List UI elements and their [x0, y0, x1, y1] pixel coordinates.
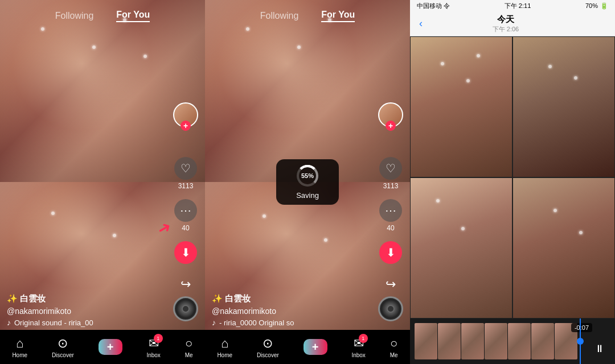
discover-label-mid: Discover — [257, 352, 279, 358]
status-time: 下午 2:11 — [505, 2, 531, 10]
me-icon-mid: ○ — [390, 336, 397, 351]
nav-following-left[interactable]: Following — [55, 11, 94, 21]
status-bar: 中国移动 令 下午 2:11 70% 🔋 — [410, 0, 615, 11]
download-button-left[interactable]: ⬇ — [174, 241, 197, 264]
sparkle-r3 — [477, 54, 480, 57]
sparkle-r2 — [466, 79, 470, 82]
frame-6 — [531, 323, 554, 359]
me-label-left: Me — [185, 352, 193, 358]
add-icon-left: + — [99, 339, 122, 355]
saving-ring: 55% — [297, 165, 318, 187]
nav-following-mid[interactable]: Following — [260, 11, 299, 21]
middle-tiktok-panel: Following For You 55% Saving ♡ 3113 ⋯ 40… — [205, 0, 410, 364]
sparkle-2 — [92, 46, 96, 49]
discover-icon-mid: ⊙ — [263, 336, 273, 351]
nav-add-mid[interactable]: + — [304, 339, 327, 355]
status-left: 中国移动 令 — [417, 2, 450, 10]
timeline-strip: -0:07 ⏸ — [410, 318, 615, 364]
photos-area — [410, 36, 615, 318]
disc-mid — [378, 296, 403, 321]
disc-inner-mid — [387, 305, 395, 313]
photo-cell-bl — [410, 177, 512, 318]
photo-cell-tl — [410, 36, 512, 177]
inbox-badge-mid: 1 — [359, 334, 368, 343]
timeline-indicator: -0:07 — [571, 323, 592, 332]
saving-label: Saving — [296, 191, 319, 200]
nav-discover-left[interactable]: ⊙ Discover — [52, 336, 74, 358]
heart-icon-left: ♡ — [174, 157, 197, 180]
share-button-left[interactable]: ↪ — [174, 273, 197, 296]
share-button-mid[interactable]: ↪ — [379, 273, 402, 296]
like-count-left: 3113 — [178, 182, 194, 190]
frame-5 — [508, 323, 531, 359]
ios-panel: 中国移动 令 下午 2:11 70% 🔋 ‹ 今天 下午 2:06 — [410, 0, 615, 364]
handle-left[interactable]: @nakamorimikoto — [7, 307, 165, 316]
download-button-mid[interactable]: ⬇ — [379, 241, 402, 264]
inbox-label-left: Inbox — [146, 352, 160, 358]
home-icon-left: ⌂ — [16, 336, 23, 351]
nav-add-left[interactable]: + — [99, 339, 122, 355]
play-pause-button[interactable]: ⏸ — [591, 340, 608, 357]
nav-foryou-left[interactable]: For You — [116, 10, 150, 22]
video-info-mid: ✨ 白雲妆 @nakamorimikoto ♪ - riria_0000 Ori… — [212, 293, 370, 327]
sparkle-5 — [51, 212, 55, 215]
nav-discover-mid[interactable]: ⊙ Discover — [257, 336, 279, 358]
like-button-mid[interactable]: ♡ 3113 — [379, 157, 402, 190]
avatar-left[interactable] — [173, 102, 198, 127]
comment-button-left[interactable]: ⋯ 40 — [174, 199, 197, 232]
saving-percent: 55% — [301, 172, 314, 179]
sound-info-mid: ♪ - riria_0000 Original so — [212, 318, 370, 327]
bottom-nav-left: ⌂ Home ⊙ Discover + ✉ Inbox 1 ○ Me — [0, 330, 205, 364]
comment-count-left: 40 — [182, 224, 189, 232]
avatar-mid[interactable] — [378, 102, 403, 127]
sparkle-4 — [144, 55, 147, 58]
sound-info-left: ♪ Original sound - riria_00 — [7, 318, 165, 327]
inbox-badge-left: 1 — [154, 334, 163, 343]
discover-icon-left: ⊙ — [58, 336, 68, 351]
video-info-left: ✨ 白雲妆 @nakamorimikoto ♪ Original sound -… — [7, 293, 165, 327]
sparkle-r6 — [436, 199, 440, 202]
playhead — [580, 318, 581, 364]
me-icon-left: ○ — [185, 336, 192, 351]
sparkle-m2 — [297, 46, 301, 49]
nav-home-mid[interactable]: ⌂ Home — [217, 336, 232, 358]
frame-1 — [415, 323, 437, 359]
frame-3 — [461, 323, 484, 359]
top-nav-left: Following For You — [0, 0, 205, 32]
carrier-text: 中国移动 令 — [417, 2, 450, 10]
frame-4 — [485, 323, 507, 359]
comment-button-mid[interactable]: ⋯ 40 — [379, 199, 402, 232]
like-count-mid: 3113 — [383, 182, 399, 190]
nav-inbox-left[interactable]: ✉ Inbox 1 — [146, 336, 160, 358]
add-icon-mid: + — [304, 339, 327, 355]
handle-mid[interactable]: @nakamorimikoto — [212, 307, 370, 316]
action-bar-mid: ♡ 3113 ⋯ 40 ⬇ ↪ — [378, 102, 403, 296]
sparkle-r5 — [574, 76, 577, 80]
music-note-icon-mid: ♪ — [212, 318, 216, 327]
home-icon-mid: ⌂ — [221, 336, 228, 351]
photo-grid — [410, 36, 615, 318]
sound-text-left: Original sound - riria_00 — [14, 318, 93, 327]
home-label-mid: Home — [217, 352, 232, 358]
status-right: 70% 🔋 — [585, 2, 608, 10]
tag-left: ✨ 白雲妆 — [7, 293, 165, 304]
sparkle-m5 — [324, 238, 327, 242]
sparkle-m4 — [263, 214, 266, 218]
tag-mid: ✨ 白雲妆 — [212, 293, 370, 304]
nav-me-left[interactable]: ○ Me — [185, 336, 193, 358]
header-title: 今天 — [423, 14, 589, 25]
heart-icon-mid: ♡ — [379, 157, 402, 180]
disc-inner-left — [182, 305, 190, 313]
battery-text: 70% — [585, 2, 598, 9]
nav-home-left[interactable]: ⌂ Home — [12, 336, 27, 358]
nav-inbox-mid[interactable]: ✉ Inbox 1 — [351, 336, 365, 358]
saving-overlay: 55% Saving — [276, 159, 339, 205]
ios-header: ‹ 今天 下午 2:06 — [410, 11, 615, 36]
nav-foryou-mid[interactable]: For You — [321, 10, 355, 22]
nav-me-mid[interactable]: ○ Me — [390, 336, 398, 358]
comment-icon-left: ⋯ — [174, 199, 197, 222]
home-label-left: Home — [12, 352, 27, 358]
discover-label-left: Discover — [52, 352, 74, 358]
photo-cell-tr — [512, 36, 615, 177]
like-button-left[interactable]: ♡ 3113 — [174, 157, 197, 190]
